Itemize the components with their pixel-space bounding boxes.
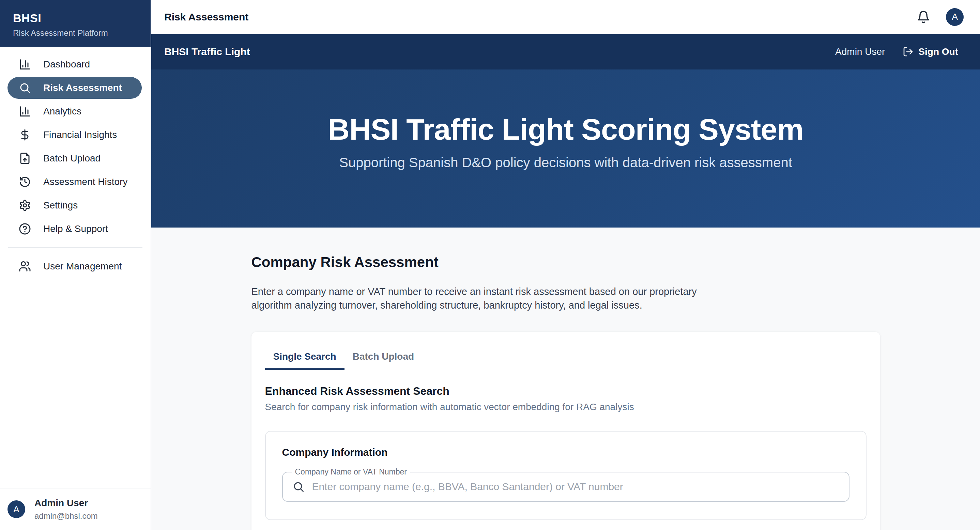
tab-batch-upload[interactable]: Batch Upload [345, 345, 422, 370]
app-subbar: BHSI Traffic Light Admin User Sign Out [151, 34, 980, 70]
app-tagline: Risk Assessment Platform [13, 28, 151, 38]
topbar: Risk Assessment A [151, 0, 980, 34]
sidebar-item-batch-upload[interactable]: Batch Upload [8, 148, 142, 169]
sidebar-item-settings[interactable]: Settings [8, 195, 142, 216]
search-icon [19, 82, 31, 94]
sidebar-item-risk-assessment[interactable]: Risk Assessment [8, 77, 142, 99]
tab-single-search[interactable]: Single Search [265, 345, 345, 370]
avatar: A [8, 500, 25, 518]
subbar-user-name: Admin User [835, 46, 885, 57]
search-section-subtitle: Search for company risk information with… [265, 401, 867, 413]
bell-icon [916, 10, 930, 24]
assessment-card: Single Search Batch Upload Enhanced Risk… [251, 332, 880, 530]
user-name: Admin User [34, 498, 98, 509]
section-description: Enter a company name or VAT number to re… [251, 285, 711, 312]
dollar-icon [19, 129, 31, 141]
company-search-input[interactable] [312, 481, 839, 492]
sidebar-item-assessment-history[interactable]: Assessment History [8, 171, 142, 193]
sidebar-item-label: Dashboard [43, 59, 90, 70]
company-information-title: Company Information [282, 447, 850, 458]
search-section-title: Enhanced Risk Assessment Search [265, 385, 867, 398]
sidebar-item-label: Help & Support [43, 224, 108, 234]
logout-icon [903, 46, 913, 57]
user-email: admin@bhsi.com [34, 511, 98, 521]
sidebar-item-label: User Management [43, 261, 122, 272]
sidebar-user-card[interactable]: A Admin User admin@bhsi.com [0, 488, 151, 530]
tabs: Single Search Batch Upload [265, 345, 867, 370]
subbar-brand: BHSI Traffic Light [164, 46, 250, 57]
hero-banner: BHSI Traffic Light Scoring System Suppor… [151, 70, 980, 227]
sidebar: BHSI Risk Assessment Platform Dashboard … [0, 0, 151, 530]
bar-chart-icon [19, 105, 31, 117]
sidebar-item-label: Settings [43, 200, 78, 211]
sidebar-divider [8, 247, 142, 248]
sidebar-header: BHSI Risk Assessment Platform [0, 0, 151, 47]
main-content: Company Risk Assessment Enter a company … [151, 227, 980, 530]
company-search-field: Company Name or VAT Number [282, 472, 850, 502]
sign-out-button[interactable]: Sign Out [903, 46, 958, 57]
section-heading: Company Risk Assessment [251, 254, 880, 270]
sidebar-item-help-support[interactable]: Help & Support [8, 218, 142, 240]
sign-out-label: Sign Out [918, 46, 958, 57]
hero-subtitle: Supporting Spanish D&O policy decisions … [339, 155, 792, 170]
gear-icon [19, 199, 31, 211]
sidebar-item-label: Batch Upload [43, 153, 100, 164]
sidebar-item-label: Analytics [43, 106, 81, 117]
file-upload-icon [19, 152, 31, 165]
company-search-field-label: Company Name or VAT Number [292, 467, 410, 476]
sidebar-nav: Dashboard Risk Assessment Analytics Fina… [0, 47, 151, 488]
sidebar-item-dashboard[interactable]: Dashboard [8, 54, 142, 75]
avatar[interactable]: A [946, 8, 964, 26]
notifications-button[interactable] [916, 10, 931, 25]
sidebar-item-label: Financial Insights [43, 129, 117, 140]
sidebar-item-financial-insights[interactable]: Financial Insights [8, 124, 142, 146]
company-information-panel: Company Information Company Name or VAT … [265, 431, 867, 520]
app-logo: BHSI [13, 11, 151, 25]
bar-chart-icon [19, 58, 31, 70]
page-title: Risk Assessment [164, 11, 248, 23]
sidebar-item-label: Risk Assessment [43, 83, 122, 93]
users-icon [19, 260, 31, 273]
history-icon [19, 176, 31, 188]
sidebar-item-user-management[interactable]: User Management [8, 255, 142, 277]
search-icon [293, 481, 305, 493]
hero-title: BHSI Traffic Light Scoring System [328, 113, 803, 146]
sidebar-item-analytics[interactable]: Analytics [8, 100, 142, 122]
main-column: Risk Assessment A BHSI Traffic Light Adm… [151, 0, 980, 530]
sidebar-item-label: Assessment History [43, 176, 127, 187]
help-icon [19, 223, 31, 235]
